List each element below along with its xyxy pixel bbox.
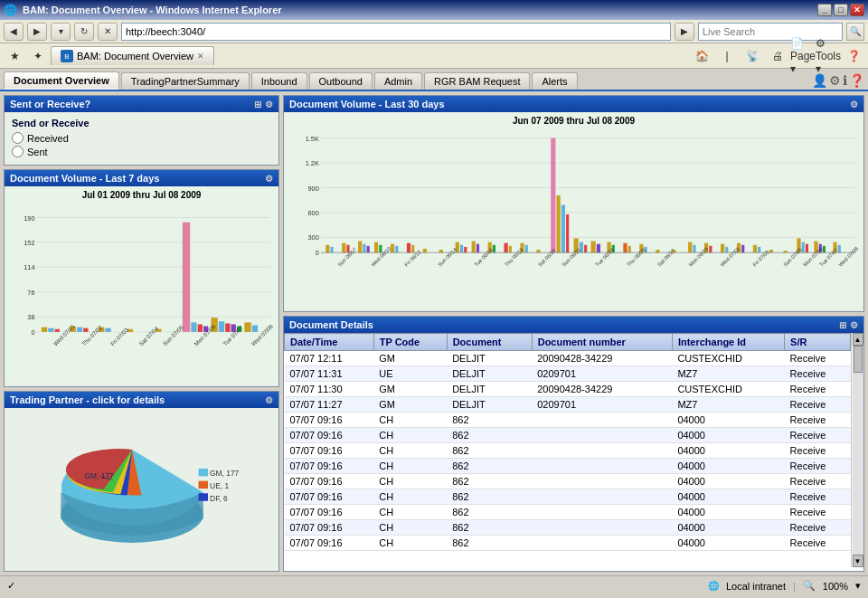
user-icon[interactable]: 👤 (812, 73, 827, 88)
search-button[interactable]: 🔍 (846, 23, 864, 41)
cell-datetime: 07/07 09:16 (285, 443, 374, 459)
separator: | (716, 46, 738, 66)
cell-number (532, 474, 672, 489)
scroll-down-button[interactable]: ▼ (853, 555, 863, 567)
table-row[interactable]: 07/07 09:16CH86204000Receive (285, 443, 851, 459)
stop-button[interactable]: ✕ (98, 23, 118, 41)
address-input[interactable] (121, 23, 671, 41)
cell-sr: Receive (785, 489, 851, 505)
tab-alerts[interactable]: Alerts (532, 72, 577, 90)
fav-tab-close-icon[interactable]: ✕ (197, 52, 204, 61)
favorites-star-icon[interactable]: ★ (4, 46, 25, 66)
svg-rect-121 (806, 244, 808, 252)
volume-30day-settings-icon[interactable]: ⚙ (850, 100, 858, 109)
fav-tab[interactable]: B BAM: Document Overview ✕ (51, 46, 214, 65)
settings-icon[interactable]: ⚙ (829, 73, 841, 88)
cell-datetime: 07/07 09:16 (285, 459, 374, 474)
svg-text:UE, 1: UE, 1 (210, 481, 229, 490)
table-row[interactable]: 07/07 09:16CH86204000Receive (285, 413, 851, 428)
zone-icon: 🌐 (708, 581, 719, 591)
table-row[interactable]: 07/07 09:16CH86204000Receive (285, 536, 851, 551)
received-radio-row: Received (12, 132, 271, 144)
maximize-button[interactable]: □ (834, 4, 848, 16)
separator: | (793, 581, 796, 592)
table-row[interactable]: 07/07 11:31UEDELJIT0209701MZ7Receive (285, 366, 851, 382)
zoom-label: 100% (823, 581, 848, 592)
table-row[interactable]: 07/07 11:27GMDELJIT0209701MZ7Receive (285, 397, 851, 413)
svg-text:0: 0 (316, 249, 319, 257)
forward-button[interactable]: ▶ (27, 23, 47, 41)
close-button[interactable]: ✕ (850, 4, 864, 16)
scrollbar[interactable]: ▲ ▼ (851, 333, 863, 567)
svg-rect-32 (252, 326, 258, 332)
go-button[interactable]: ▶ (675, 23, 694, 41)
table-row[interactable]: 07/07 09:16CH86204000Receive (285, 459, 851, 474)
main-content: Sent or Receive? ⊞ ⚙ Send or Receive Rec… (0, 91, 868, 575)
svg-text:GM, 177: GM, 177 (210, 469, 239, 478)
tab-outbound[interactable]: Outbound (309, 72, 373, 90)
svg-text:300: 300 (308, 233, 319, 242)
cell-interchange: 04000 (672, 536, 784, 551)
svg-rect-47 (199, 493, 209, 500)
table-row[interactable]: 07/07 09:16CH86204000Receive (285, 520, 851, 536)
zoom-dropdown-icon[interactable]: ▾ (855, 580, 861, 592)
table-row[interactable]: 07/07 11:30GMDELJIT20090428-34229CUSTEXC… (285, 382, 851, 397)
svg-rect-73 (395, 246, 398, 252)
details-settings-icon[interactable]: ⚙ (850, 320, 858, 330)
status-left: ✓ (7, 580, 15, 592)
cell-document: 862 (447, 413, 532, 428)
scroll-thumb[interactable] (854, 346, 863, 373)
svg-rect-16 (77, 327, 82, 332)
help-icon[interactable]: ❓ (843, 46, 864, 66)
cell-datetime: 07/07 11:27 (285, 397, 374, 413)
details-expand-icon[interactable]: ⊞ (839, 320, 846, 330)
cell-number: 20090428-34229 (532, 382, 672, 397)
received-radio[interactable] (12, 132, 24, 144)
dropdown-button[interactable]: ▾ (51, 23, 71, 41)
refresh-button[interactable]: ↻ (74, 23, 94, 41)
feeds-icon[interactable]: 📡 (741, 46, 763, 66)
back-button[interactable]: ◀ (4, 23, 24, 41)
home-icon[interactable]: 🏠 (691, 46, 712, 66)
page-button[interactable]: 📄 Page ▾ (792, 46, 814, 66)
table-row[interactable]: 07/07 09:16CH86204000Receive (285, 505, 851, 520)
svg-text:76: 76 (27, 289, 34, 297)
sent-radio[interactable] (12, 146, 24, 157)
volume-30day-panel: Document Volume - Last 30 days ⚙ Jun 07 … (283, 95, 864, 312)
send-receive-expand-icon[interactable]: ⊞ (254, 100, 261, 109)
svg-rect-101 (623, 243, 627, 253)
table-row[interactable]: 07/07 12:11GMDELJIT20090428-34229CUSTEXC… (285, 351, 851, 366)
svg-text:152: 152 (24, 239, 34, 247)
tab-inbound[interactable]: Inbound (251, 72, 307, 90)
tab-rgr-bam-request[interactable]: RGR BAM Request (424, 72, 530, 90)
scroll-up-button[interactable]: ▲ (853, 333, 863, 346)
cell-datetime: 07/07 09:16 (285, 428, 374, 443)
volume-7day-settings-icon[interactable]: ⚙ (265, 174, 273, 184)
tab-admin[interactable]: Admin (374, 72, 422, 90)
volume-7day-header: Document Volume - Last 7 days ⚙ (5, 170, 278, 186)
help-circle-icon[interactable]: ❓ (849, 73, 864, 88)
svg-rect-67 (358, 242, 362, 253)
zoom-icon: 🔍 (803, 580, 816, 592)
col-datetime: Date/Time (285, 334, 374, 351)
minimize-button[interactable]: _ (817, 4, 832, 16)
info-icon[interactable]: ℹ (843, 73, 847, 88)
tools-button[interactable]: ⚙ Tools ▾ (817, 46, 839, 66)
cell-number (532, 505, 672, 520)
add-favorites-icon[interactable]: ✦ (27, 46, 49, 66)
volume-7day-svg: 190 152 114 76 38 0 (8, 202, 275, 376)
send-receive-settings-icon[interactable]: ⚙ (265, 100, 273, 109)
print-icon[interactable]: 🖨 (767, 46, 788, 66)
tab-document-overview[interactable]: Document Overview (4, 71, 119, 90)
cell-number: 20090428-34229 (532, 351, 672, 366)
svg-text:Wed 07/08: Wed 07/08 (837, 246, 859, 268)
table-row[interactable]: 07/07 09:16CH86204000Receive (285, 428, 851, 443)
table-row[interactable]: 07/07 09:16CH86204000Receive (285, 489, 851, 505)
cell-interchange: 04000 (672, 520, 784, 536)
tab-trading-partner-summary[interactable]: TradingPartnerSummary (121, 72, 250, 90)
cell-interchange: MZ7 (672, 397, 784, 413)
table-row[interactable]: 07/07 09:16CH86204000Receive (285, 474, 851, 489)
trading-partner-settings-icon[interactable]: ⚙ (265, 395, 273, 405)
svg-rect-22 (183, 223, 190, 332)
cell-number (532, 428, 672, 443)
